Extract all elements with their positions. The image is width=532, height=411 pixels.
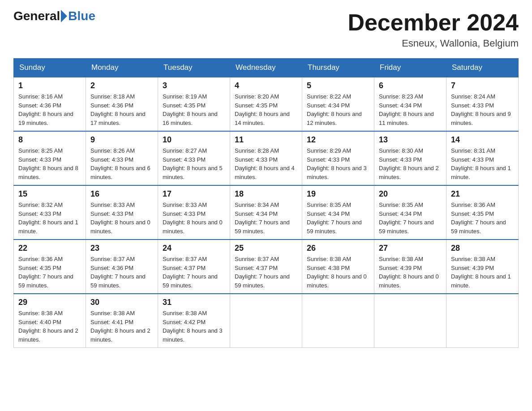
day-info: Sunrise: 8:20 AM Sunset: 4:35 PM Dayligh…: [235, 92, 297, 127]
day-info: Sunrise: 8:31 AM Sunset: 4:33 PM Dayligh…: [451, 146, 514, 181]
day-number: 12: [307, 135, 369, 145]
table-row: 7 Sunrise: 8:24 AM Sunset: 4:33 PM Dayli…: [446, 77, 519, 131]
col-tuesday: Tuesday: [158, 59, 230, 77]
day-info: Sunrise: 8:23 AM Sunset: 4:34 PM Dayligh…: [379, 92, 442, 127]
day-number: 26: [307, 244, 369, 253]
week-row-2: 8 Sunrise: 8:25 AM Sunset: 4:33 PM Dayli…: [14, 131, 519, 185]
table-row: [446, 294, 519, 348]
day-info: Sunrise: 8:37 AM Sunset: 4:37 PM Dayligh…: [235, 255, 297, 290]
day-info: Sunrise: 8:36 AM Sunset: 4:35 PM Dayligh…: [451, 201, 514, 235]
day-info: Sunrise: 8:38 AM Sunset: 4:38 PM Dayligh…: [307, 255, 369, 290]
table-row: 31 Sunrise: 8:38 AM Sunset: 4:42 PM Dayl…: [158, 294, 230, 348]
day-info: Sunrise: 8:37 AM Sunset: 4:37 PM Dayligh…: [163, 255, 225, 290]
day-info: Sunrise: 8:27 AM Sunset: 4:33 PM Dayligh…: [163, 146, 225, 181]
day-number: 20: [379, 189, 442, 199]
table-row: 25 Sunrise: 8:37 AM Sunset: 4:37 PM Dayl…: [230, 240, 302, 294]
calendar-title: December 2024: [348, 9, 519, 36]
day-number: 11: [235, 135, 297, 145]
table-row: 26 Sunrise: 8:38 AM Sunset: 4:38 PM Dayl…: [302, 240, 374, 294]
week-row-4: 22 Sunrise: 8:36 AM Sunset: 4:35 PM Dayl…: [14, 240, 519, 294]
day-number: 27: [379, 244, 442, 253]
week-row-3: 15 Sunrise: 8:32 AM Sunset: 4:33 PM Dayl…: [14, 185, 519, 240]
logo: General Blue: [13, 9, 95, 23]
day-number: 7: [451, 81, 514, 90]
col-saturday: Saturday: [446, 59, 519, 77]
day-number: 2: [90, 81, 153, 90]
day-number: 23: [90, 244, 153, 253]
day-info: Sunrise: 8:28 AM Sunset: 4:33 PM Dayligh…: [235, 146, 297, 181]
week-row-1: 1 Sunrise: 8:16 AM Sunset: 4:36 PM Dayli…: [14, 77, 519, 131]
table-row: 22 Sunrise: 8:36 AM Sunset: 4:35 PM Dayl…: [14, 240, 86, 294]
table-row: 3 Sunrise: 8:19 AM Sunset: 4:35 PM Dayli…: [158, 77, 230, 131]
table-row: 14 Sunrise: 8:31 AM Sunset: 4:33 PM Dayl…: [446, 131, 519, 185]
day-number: 16: [90, 189, 153, 199]
day-number: 24: [163, 244, 225, 253]
day-info: Sunrise: 8:38 AM Sunset: 4:42 PM Dayligh…: [163, 309, 225, 344]
table-row: 28 Sunrise: 8:38 AM Sunset: 4:39 PM Dayl…: [446, 240, 519, 294]
day-number: 31: [163, 298, 225, 307]
day-number: 1: [18, 81, 81, 90]
day-info: Sunrise: 8:29 AM Sunset: 4:33 PM Dayligh…: [307, 146, 369, 181]
day-info: Sunrise: 8:34 AM Sunset: 4:34 PM Dayligh…: [235, 201, 297, 235]
day-number: 28: [451, 244, 514, 253]
day-info: Sunrise: 8:35 AM Sunset: 4:34 PM Dayligh…: [307, 201, 369, 235]
table-row: 15 Sunrise: 8:32 AM Sunset: 4:33 PM Dayl…: [14, 185, 86, 240]
col-sunday: Sunday: [14, 59, 86, 77]
table-row: 17 Sunrise: 8:33 AM Sunset: 4:33 PM Dayl…: [158, 185, 230, 240]
table-row: 18 Sunrise: 8:34 AM Sunset: 4:34 PM Dayl…: [230, 185, 302, 240]
day-info: Sunrise: 8:38 AM Sunset: 4:40 PM Dayligh…: [18, 309, 81, 344]
day-number: 9: [90, 135, 153, 145]
day-number: 5: [307, 81, 369, 90]
table-row: 8 Sunrise: 8:25 AM Sunset: 4:33 PM Dayli…: [14, 131, 86, 185]
table-row: 27 Sunrise: 8:38 AM Sunset: 4:39 PM Dayl…: [374, 240, 446, 294]
table-row: 21 Sunrise: 8:36 AM Sunset: 4:35 PM Dayl…: [446, 185, 519, 240]
day-info: Sunrise: 8:18 AM Sunset: 4:36 PM Dayligh…: [90, 92, 153, 127]
day-number: 17: [163, 189, 225, 199]
day-info: Sunrise: 8:36 AM Sunset: 4:35 PM Dayligh…: [18, 255, 81, 290]
week-row-5: 29 Sunrise: 8:38 AM Sunset: 4:40 PM Dayl…: [14, 294, 519, 348]
day-number: 13: [379, 135, 442, 145]
day-number: 8: [18, 135, 81, 145]
table-row: 16 Sunrise: 8:33 AM Sunset: 4:33 PM Dayl…: [86, 185, 158, 240]
day-info: Sunrise: 8:22 AM Sunset: 4:34 PM Dayligh…: [307, 92, 369, 127]
day-info: Sunrise: 8:25 AM Sunset: 4:33 PM Dayligh…: [18, 146, 81, 181]
day-number: 18: [235, 189, 297, 199]
table-row: 6 Sunrise: 8:23 AM Sunset: 4:34 PM Dayli…: [374, 77, 446, 131]
day-number: 6: [379, 81, 442, 90]
table-row: [230, 294, 302, 348]
day-info: Sunrise: 8:38 AM Sunset: 4:39 PM Dayligh…: [379, 255, 442, 290]
table-row: [302, 294, 374, 348]
table-row: 2 Sunrise: 8:18 AM Sunset: 4:36 PM Dayli…: [86, 77, 158, 131]
day-number: 25: [235, 244, 297, 253]
table-row: 10 Sunrise: 8:27 AM Sunset: 4:33 PM Dayl…: [158, 131, 230, 185]
day-number: 21: [451, 189, 514, 199]
table-row: 24 Sunrise: 8:37 AM Sunset: 4:37 PM Dayl…: [158, 240, 230, 294]
table-row: 11 Sunrise: 8:28 AM Sunset: 4:33 PM Dayl…: [230, 131, 302, 185]
day-number: 29: [18, 298, 81, 307]
day-info: Sunrise: 8:38 AM Sunset: 4:41 PM Dayligh…: [90, 309, 153, 344]
logo-blue-text: Blue: [68, 9, 95, 23]
day-info: Sunrise: 8:33 AM Sunset: 4:33 PM Dayligh…: [163, 201, 225, 235]
table-row: 13 Sunrise: 8:30 AM Sunset: 4:33 PM Dayl…: [374, 131, 446, 185]
table-row: 23 Sunrise: 8:37 AM Sunset: 4:36 PM Dayl…: [86, 240, 158, 294]
logo-general-text: General: [13, 9, 60, 23]
table-row: 5 Sunrise: 8:22 AM Sunset: 4:34 PM Dayli…: [302, 77, 374, 131]
day-info: Sunrise: 8:33 AM Sunset: 4:33 PM Dayligh…: [90, 201, 153, 235]
title-section: December 2024 Esneux, Wallonia, Belgium: [348, 9, 519, 49]
table-row: 30 Sunrise: 8:38 AM Sunset: 4:41 PM Dayl…: [86, 294, 158, 348]
table-row: 9 Sunrise: 8:26 AM Sunset: 4:33 PM Dayli…: [86, 131, 158, 185]
table-row: 29 Sunrise: 8:38 AM Sunset: 4:40 PM Dayl…: [14, 294, 86, 348]
day-number: 4: [235, 81, 297, 90]
day-number: 19: [307, 189, 369, 199]
day-number: 15: [18, 189, 81, 199]
day-info: Sunrise: 8:38 AM Sunset: 4:39 PM Dayligh…: [451, 255, 514, 290]
table-row: 19 Sunrise: 8:35 AM Sunset: 4:34 PM Dayl…: [302, 185, 374, 240]
day-info: Sunrise: 8:16 AM Sunset: 4:36 PM Dayligh…: [18, 92, 81, 127]
page-header: General Blue December 2024 Esneux, Wallo…: [13, 9, 519, 49]
header-row: Sunday Monday Tuesday Wednesday Thursday…: [14, 59, 519, 77]
table-row: 12 Sunrise: 8:29 AM Sunset: 4:33 PM Dayl…: [302, 131, 374, 185]
day-info: Sunrise: 8:19 AM Sunset: 4:35 PM Dayligh…: [163, 92, 225, 127]
day-number: 10: [163, 135, 225, 145]
day-info: Sunrise: 8:35 AM Sunset: 4:34 PM Dayligh…: [379, 201, 442, 235]
day-number: 3: [163, 81, 225, 90]
